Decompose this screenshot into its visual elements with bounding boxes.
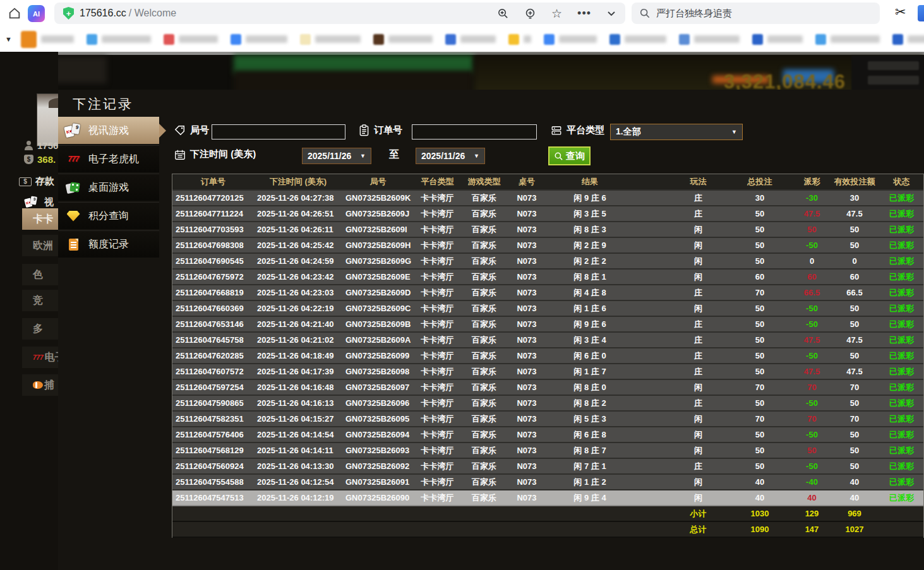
payout: 66.5 — [795, 288, 829, 297]
platform-icon — [551, 125, 562, 136]
menu-item-积分查询[interactable]: 积分查询 — [58, 202, 159, 229]
game-type: 百家乐 — [461, 319, 507, 330]
bet-time: 2025-11-26 04:15:27 — [254, 414, 342, 424]
order-id: 251126047720125 — [172, 193, 254, 203]
platform: 卡卡湾厅 — [414, 398, 461, 409]
bookmarks-caret-icon[interactable]: ▼ — [5, 35, 12, 43]
total-bet: 50 — [725, 446, 795, 455]
table-no: N073 — [507, 367, 546, 376]
bookmark-item[interactable] — [609, 34, 666, 45]
bg-nav-item[interactable]: 捕 — [22, 374, 58, 396]
total-bet: 50 — [725, 256, 795, 266]
query-button[interactable]: 查询 — [548, 146, 591, 165]
video-games-label[interactable]: 视 — [44, 196, 54, 208]
bet-time: 2025-11-26 04:25:42 — [254, 240, 342, 250]
platform: 卡卡湾厅 — [414, 350, 461, 362]
platform: 卡卡湾厅 — [414, 335, 461, 346]
status: 已派彩 — [880, 224, 923, 235]
zoom-in-icon[interactable] — [497, 8, 509, 20]
bg-nav-item[interactable]: 欧洲 — [22, 235, 58, 256]
valid-bet: 50 — [829, 430, 880, 439]
status: 已派彩 — [880, 208, 923, 220]
status: 已派彩 — [880, 256, 923, 267]
bet-side: 闲 — [671, 271, 725, 283]
ai-extension-icon[interactable]: AI — [28, 5, 45, 22]
table-row: 2511260477112242025-11-26 04:26:51GN0732… — [172, 206, 923, 222]
table-row: 2511260476202852025-11-26 04:18:49GN0732… — [172, 348, 923, 364]
bookmark-item[interactable] — [87, 34, 151, 45]
column-header: 局号 — [342, 176, 414, 187]
bg-nav-item[interactable]: 卡卡 — [22, 208, 58, 230]
bookmark-item[interactable] — [445, 34, 496, 45]
more-options-icon[interactable]: ••• — [577, 7, 591, 20]
bet-side: 闲 — [671, 224, 725, 235]
bookmark-item[interactable] — [892, 34, 924, 45]
table-row: 2511260477201252025-11-26 04:27:38GN0732… — [172, 191, 923, 206]
summary-label: 小计 — [671, 508, 725, 520]
table-no: N073 — [507, 383, 546, 392]
bookmark-item[interactable] — [815, 34, 880, 45]
menu-item-label: 积分查询 — [88, 210, 129, 223]
bookmark-label-blurred — [102, 35, 151, 43]
translate-icon[interactable] — [524, 8, 536, 20]
home-icon[interactable] — [8, 6, 21, 20]
bg-nav-item[interactable]: 777电子 — [22, 347, 58, 368]
table-no: N073 — [507, 288, 546, 297]
bg-nav-item[interactable]: 多 — [22, 318, 58, 340]
browser-search-box[interactable]: 严打台独终身追责 — [632, 3, 880, 24]
screenshot-scissors-icon[interactable]: ✂ — [895, 4, 906, 20]
total-bet: 50 — [725, 398, 795, 408]
date-from-select[interactable]: 2025/11/26 ▼ — [302, 148, 371, 164]
menu-item-电子老虎机[interactable]: 777电子老虎机 — [58, 145, 159, 172]
order-input[interactable] — [412, 124, 537, 140]
round-input[interactable] — [212, 124, 345, 140]
bookmark-label-blurred — [625, 35, 666, 43]
menu-item-桌面游戏[interactable]: 桌面游戏 — [58, 174, 159, 201]
date-to-select[interactable]: 2025/11/26 ▼ — [416, 148, 485, 164]
bookmark-favicon — [87, 34, 97, 45]
address-bar[interactable]: + 175616.cc / Welcome ☆ ••• — [54, 3, 625, 24]
avatar[interactable] — [37, 93, 58, 146]
bg-nav-item[interactable]: 色 — [22, 264, 58, 285]
bet-side: 庄 — [671, 193, 725, 204]
bookmark-label-blurred — [460, 35, 496, 43]
bet-time: 2025-11-26 04:16:48 — [254, 383, 342, 392]
deposit-label[interactable]: 存款 — [35, 175, 54, 187]
platform-select[interactable]: 1.全部 ▼ — [610, 124, 743, 140]
summary-valid-bet: 1027 — [829, 525, 880, 534]
menu-item-视讯游戏[interactable]: K♥9视讯游戏 — [58, 117, 159, 144]
valid-bet: 60 — [829, 272, 880, 282]
user-icon — [24, 141, 33, 150]
result: 闲 8 庄 7 — [546, 445, 633, 456]
bookmark-item[interactable] — [21, 31, 74, 48]
status: 已派彩 — [880, 303, 923, 314]
total-bet: 50 — [725, 430, 795, 439]
order-id: 251126047597254 — [172, 383, 254, 392]
edge-extension-icon[interactable] — [918, 5, 924, 21]
dropdown-caret-icon: ▼ — [474, 153, 479, 159]
status: 已派彩 — [880, 413, 923, 425]
bookmark-item[interactable] — [373, 34, 433, 45]
bookmark-item[interactable] — [300, 34, 361, 45]
round-filter-label: 局号 — [190, 124, 209, 136]
bookmark-item[interactable] — [679, 34, 740, 45]
bookmark-item[interactable] — [544, 34, 597, 45]
site-shield-icon[interactable]: + — [63, 7, 74, 20]
column-header: 状态 — [880, 176, 923, 187]
bookmark-star-icon[interactable]: ☆ — [551, 6, 562, 21]
bookmark-item[interactable] — [231, 34, 287, 45]
bookmark-item[interactable] — [752, 34, 803, 45]
chevron-down-icon[interactable] — [606, 8, 616, 18]
bookmark-item[interactable] — [164, 34, 218, 45]
round-id: GN07325B26097 — [342, 383, 414, 392]
bet-side: 庄 — [671, 319, 725, 330]
menu-item-额度记录[interactable]: 额度记录 — [58, 230, 159, 258]
table-row: 2511260476759722025-11-26 04:23:42GN0732… — [172, 270, 923, 285]
bg-nav-item[interactable]: 竞 — [22, 290, 58, 311]
bet-side: 闲 — [671, 303, 725, 314]
order-id: 251126047547513 — [172, 493, 254, 502]
bookmark-item[interactable] — [508, 34, 531, 45]
diamond-icon — [67, 211, 80, 222]
table-row: 2511260475545882025-11-26 04:12:54GN0732… — [172, 475, 923, 490]
round-id: GN07325B26098 — [342, 367, 414, 376]
